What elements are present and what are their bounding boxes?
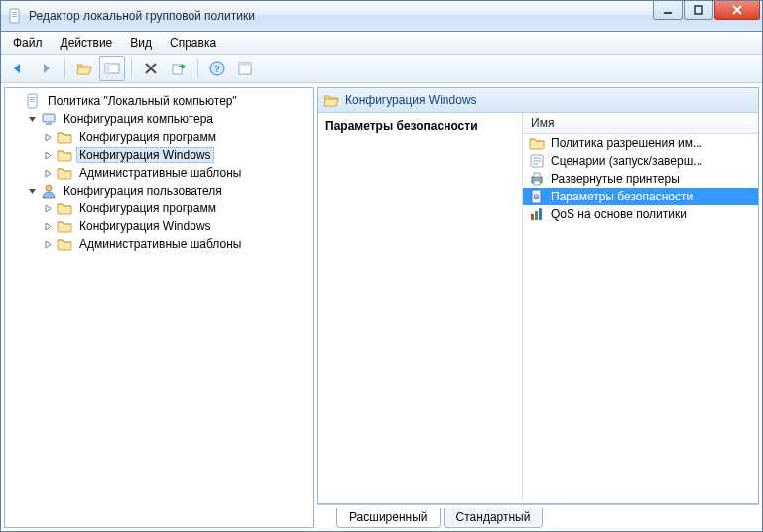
list-item-label: QoS на основе политики: [551, 207, 687, 221]
folder-icon: [57, 129, 72, 145]
list-item[interactable]: Сценарии (запуск/заверш...: [523, 152, 758, 170]
chart-bars-icon: [529, 206, 545, 222]
expand-icon[interactable]: [41, 130, 55, 144]
show-tree-button[interactable]: [99, 56, 125, 81]
list-item[interactable]: Развернутые принтеры: [523, 170, 758, 188]
delete-button[interactable]: [138, 56, 164, 81]
tree-pane[interactable]: Политика "Локальный компьютер" Конфигура…: [4, 87, 314, 528]
tree-label: Конфигурация Windows: [76, 218, 214, 234]
list-item-label: Параметры безопасности: [551, 190, 693, 203]
breadcrumb: Конфигурация Windows: [318, 88, 758, 113]
toolbar-separator: [64, 59, 65, 78]
body: Политика "Локальный компьютер" Конфигура…: [1, 83, 762, 531]
breadcrumb-label: Конфигурация Windows: [345, 93, 477, 107]
menu-view[interactable]: Вид: [122, 34, 160, 52]
tree-computer-config[interactable]: Конфигурация компьютера: [5, 110, 313, 128]
svg-rect-24: [664, 12, 672, 14]
svg-rect-25: [695, 6, 702, 14]
help-button[interactable]: [204, 56, 230, 81]
maximize-button[interactable]: [684, 1, 713, 20]
toolbar: [1, 55, 762, 83]
tree-label: Конфигурация компьютера: [61, 111, 216, 127]
list-item-label: Политика разрешения им...: [551, 136, 702, 150]
up-button[interactable]: [71, 56, 97, 81]
user-icon: [41, 183, 57, 199]
tree-label: Конфигурация программ: [76, 129, 219, 145]
tree-root-label: Политика "Локальный компьютер": [45, 93, 240, 109]
right-wrap: Конфигурация Windows Параметры безопасно…: [317, 87, 759, 528]
tab-standard[interactable]: Стандартный: [444, 508, 544, 528]
menu-action[interactable]: Действие: [53, 34, 121, 52]
list-item-label: Сценарии (запуск/заверш...: [551, 154, 702, 168]
tree-comp-windows[interactable]: Конфигурация Windows: [5, 146, 313, 164]
tree-comp-templates[interactable]: Административные шаблоны: [5, 164, 313, 182]
export-button[interactable]: [166, 56, 191, 81]
collapse-icon[interactable]: [25, 184, 39, 198]
menu-help[interactable]: Справка: [162, 34, 224, 52]
folder-icon: [57, 218, 72, 234]
toolbar-separator: [197, 59, 198, 78]
tree-comp-programs[interactable]: Конфигурация программ: [5, 128, 313, 146]
list-item[interactable]: Политика разрешения им...: [523, 134, 758, 152]
right-pane: Конфигурация Windows Параметры безопасно…: [317, 87, 759, 504]
menu-bar: Файл Действие Вид Справка: [1, 32, 762, 55]
toolbar-separator: [131, 59, 132, 78]
folder-icon: [57, 165, 72, 181]
expand-icon[interactable]: [41, 201, 55, 215]
script-icon: [529, 153, 545, 169]
tree-label: Конфигурация программ: [76, 200, 219, 216]
collapse-icon[interactable]: [25, 112, 39, 126]
column-header-name[interactable]: Имя: [523, 113, 758, 134]
security-icon: [529, 189, 545, 204]
folder-icon: [57, 200, 72, 216]
properties-button[interactable]: [232, 56, 258, 81]
list-item[interactable]: QoS на основе политики: [523, 205, 758, 223]
tab-extended[interactable]: Расширенный: [336, 508, 441, 528]
description-panel: Параметры безопасности: [318, 113, 523, 503]
printer-icon: [529, 171, 545, 187]
forward-button[interactable]: [33, 56, 59, 81]
expand-icon[interactable]: [41, 237, 55, 251]
list-panel: Имя Политика разрешения им... Сценарии (…: [523, 113, 758, 503]
expand-icon[interactable]: [41, 148, 55, 162]
expand-icon[interactable]: [41, 219, 55, 233]
folder-icon: [57, 236, 72, 252]
tree-user-programs[interactable]: Конфигурация программ: [5, 200, 313, 217]
folder-icon: [529, 135, 545, 151]
view-tabs: Расширенный Стандартный: [317, 504, 759, 528]
titlebar: Редактор локальной групповой политики: [1, 1, 762, 32]
menu-file[interactable]: Файл: [5, 34, 51, 52]
expand-icon[interactable]: [41, 166, 55, 180]
window-title: Редактор локальной групповой политики: [29, 9, 652, 23]
tree-label: Конфигурация пользователя: [61, 183, 225, 199]
description-header: Параметры безопасности: [325, 119, 514, 133]
list-item-selected[interactable]: Параметры безопасности: [523, 188, 758, 205]
tree-label-selected: Конфигурация Windows: [76, 147, 214, 163]
doc-icon: [25, 93, 41, 109]
tree-user-windows[interactable]: Конфигурация Windows: [5, 217, 313, 235]
tree-label: Административные шаблоны: [76, 165, 244, 181]
tree-user-config[interactable]: Конфигурация пользователя: [5, 182, 313, 200]
minimize-button[interactable]: [653, 1, 683, 20]
item-list[interactable]: Политика разрешения им... Сценарии (запу…: [523, 134, 758, 503]
close-button[interactable]: [714, 1, 760, 20]
app-icon: [7, 8, 23, 24]
folder-open-icon: [323, 92, 339, 108]
list-item-label: Развернутые принтеры: [551, 172, 680, 186]
folder-icon: [57, 147, 72, 163]
tree-user-templates[interactable]: Административные шаблоны: [5, 235, 313, 253]
tree-root[interactable]: Политика "Локальный компьютер": [5, 92, 313, 110]
app-window: Редактор локальной групповой политики Фа…: [0, 0, 763, 532]
tree-label: Административные шаблоны: [76, 236, 244, 252]
back-button[interactable]: [5, 56, 31, 81]
computer-icon: [41, 111, 57, 127]
